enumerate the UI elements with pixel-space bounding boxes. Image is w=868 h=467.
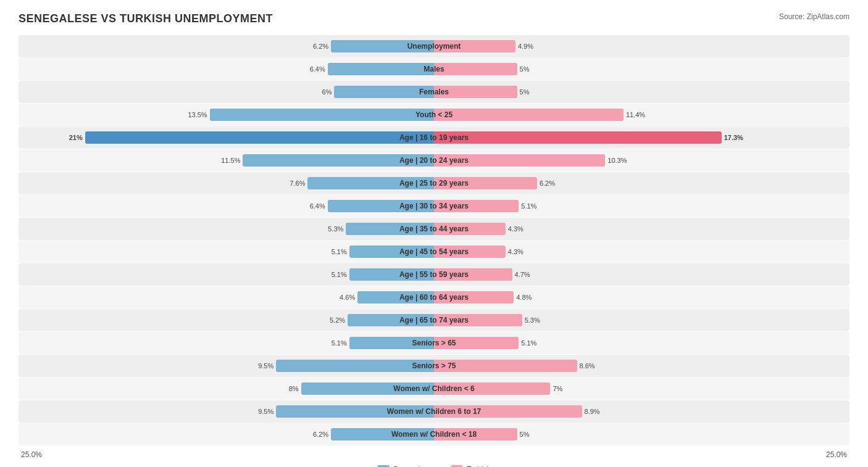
value-senegalese: 5.1% (332, 339, 347, 347)
right-section: 17.3% (434, 126, 849, 149)
row-label: Age | 60 to 64 years (399, 293, 469, 302)
axis-right: 25.0% (826, 450, 847, 459)
chart-row: 9.5% Seniors > 75 8.6% (19, 355, 849, 377)
bar-container: 4.6% Age | 60 to 64 years 4.8% (19, 286, 849, 308)
bar-turkish (434, 131, 722, 144)
bar-senegalese (210, 109, 434, 121)
value-senegalese: 6.2% (313, 43, 328, 50)
right-section: 6.2% (434, 172, 849, 194)
row-label: Seniors > 75 (412, 362, 456, 370)
row-label: Males (424, 65, 444, 73)
right-section: 4.3% (434, 218, 849, 240)
value-senegalese: 6.4% (310, 65, 325, 73)
right-section: 4.3% (434, 241, 849, 263)
value-turkish: 6.2% (540, 180, 555, 187)
right-section: 5.1% (434, 195, 849, 217)
chart-row: 6.2% Unemployment 4.9% (19, 35, 849, 57)
value-senegalese: 8% (289, 385, 299, 392)
value-senegalese: 13.5% (188, 111, 207, 118)
bar-container: 6.2% Unemployment 4.9% (19, 35, 849, 57)
row-label: Age | 16 to 19 years (399, 133, 469, 142)
value-senegalese: 5.2% (330, 316, 345, 324)
row-label: Unemployment (407, 42, 461, 51)
row-label: Age | 55 to 59 years (399, 270, 469, 279)
left-section: 5.2% (19, 309, 434, 331)
bar-container: 6.4% Age | 30 to 34 years 5.1% (19, 195, 849, 217)
value-senegalese: 6.2% (313, 431, 328, 438)
bar-container: 5.1% Age | 55 to 59 years 4.7% (19, 263, 849, 286)
left-section: 6.4% (19, 195, 434, 217)
value-senegalese: 9.5% (258, 408, 273, 415)
value-turkish: 17.3% (724, 134, 743, 141)
left-section: 4.6% (19, 286, 434, 308)
left-section: 9.5% (19, 400, 434, 423)
row-label: Age | 65 to 74 years (399, 316, 469, 324)
right-section: 5% (434, 58, 849, 80)
left-section: 21% (19, 126, 434, 149)
bar-container: 5.2% Age | 65 to 74 years 5.3% (19, 309, 849, 331)
bar-senegalese (328, 63, 434, 75)
row-label: Women w/ Children < 18 (391, 430, 477, 439)
bar-container: 6.4% Males 5% (19, 58, 849, 80)
right-section: 10.3% (434, 149, 849, 172)
bar-turkish (434, 63, 517, 75)
left-section: 6.2% (19, 35, 434, 57)
bar-container: 5.1% Age | 45 to 54 years 4.3% (19, 241, 849, 263)
right-section: 5% (434, 81, 849, 103)
bar-container: 11.5% Age | 20 to 24 years 10.3% (19, 149, 849, 172)
bar-container: 9.5% Women w/ Children 6 to 17 8.9% (19, 400, 849, 423)
right-section: 8.6% (434, 355, 849, 377)
left-section: 5.3% (19, 218, 434, 240)
value-turkish: 4.7% (515, 271, 530, 278)
value-senegalese: 5.3% (328, 225, 343, 233)
left-section: 6.2% (19, 423, 434, 445)
left-section: 11.5% (19, 149, 434, 172)
bar-container: 7.6% Age | 25 to 29 years 6.2% (19, 172, 849, 194)
bar-senegalese (276, 360, 434, 372)
chart-row: 8% Women w/ Children < 6 7% (19, 378, 849, 400)
chart-area: 6.2% Unemployment 4.9% 6.4% Males 5% (19, 35, 849, 445)
chart-row: 5.1% Seniors > 65 5.1% (19, 332, 849, 354)
right-section: 4.9% (434, 35, 849, 57)
left-section: 5.1% (19, 332, 434, 354)
left-section: 8% (19, 378, 434, 400)
chart-row: 6.2% Women w/ Children < 18 5% (19, 423, 849, 445)
value-turkish: 8.9% (585, 408, 600, 415)
chart-row: 4.6% Age | 60 to 64 years 4.8% (19, 286, 849, 308)
row-label: Seniors > 65 (412, 339, 456, 347)
value-senegalese: 11.5% (221, 157, 240, 164)
bar-container: 6% Females 5% (19, 81, 849, 103)
left-section: 5.1% (19, 241, 434, 263)
value-turkish: 4.3% (508, 248, 524, 255)
chart-header: SENEGALESE VS TURKISH UNEMPLOYMENT Sourc… (19, 12, 849, 25)
value-turkish: 5% (520, 431, 530, 438)
row-label: Age | 45 to 54 years (399, 247, 469, 256)
value-turkish: 7% (553, 385, 562, 392)
value-turkish: 8.6% (580, 362, 595, 370)
value-senegalese: 7.6% (290, 180, 305, 187)
row-label: Age | 35 to 44 years (399, 225, 469, 233)
chart-row: 11.5% Age | 20 to 24 years 10.3% (19, 149, 849, 172)
chart-title: SENEGALESE VS TURKISH UNEMPLOYMENT (19, 12, 273, 25)
right-section: 11.4% (434, 104, 849, 126)
value-turkish: 11.4% (626, 111, 645, 118)
right-section: 5% (434, 423, 849, 445)
row-label: Youth < 25 (415, 110, 453, 119)
right-section: 8.9% (434, 400, 849, 423)
chart-row: 9.5% Women w/ Children 6 to 17 8.9% (19, 400, 849, 423)
chart-row: 5.2% Age | 65 to 74 years 5.3% (19, 309, 849, 331)
row-label: Age | 30 to 34 years (399, 202, 469, 210)
left-section: 13.5% (19, 104, 434, 126)
bar-senegalese (85, 131, 434, 144)
value-senegalese: 9.5% (258, 362, 273, 370)
bar-container: 9.5% Seniors > 75 8.6% (19, 355, 849, 377)
chart-row: 5.3% Age | 35 to 44 years 4.3% (19, 218, 849, 240)
value-turkish: 5.1% (521, 339, 536, 347)
right-section: 5.1% (434, 332, 849, 354)
row-label: Females (419, 88, 449, 96)
left-section: 6.4% (19, 58, 434, 80)
bar-turkish (434, 109, 624, 121)
row-label: Age | 25 to 29 years (399, 179, 469, 188)
value-senegalese: 4.6% (340, 294, 355, 301)
value-turkish: 4.9% (518, 43, 533, 50)
